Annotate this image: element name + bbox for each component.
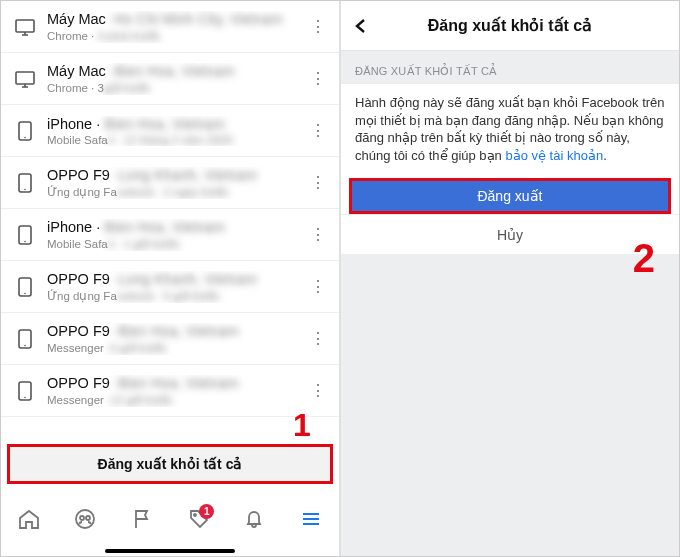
phone-icon	[11, 171, 39, 195]
session-subtitle: Chrome · 3 giờ trước	[47, 81, 305, 95]
cancel-label: Hủy	[497, 227, 523, 243]
session-text: OPPO F9 · Long Khanh, VietnamỨng dụng Fa…	[39, 167, 305, 199]
menu-icon	[299, 507, 323, 531]
session-subtitle: Chrome · 3 phút trước	[47, 29, 305, 43]
session-row[interactable]: OPPO F9 · Long Khanh, VietnamỨng dụng Fa…	[1, 157, 339, 209]
session-row[interactable]: OPPO F9 · Long Khanh, VietnamỨng dụng Fa…	[1, 261, 339, 313]
session-title: iPhone · Bien Hoa, Vietnam	[47, 116, 305, 132]
confirm-body: ĐĂNG XUẤT KHỎI TẤT CẢ Hành động này sẽ đ…	[341, 51, 679, 556]
session-subtitle: Messenger · 5 giờ trước	[47, 341, 305, 355]
session-row[interactable]: Máy Mac· Ho Chi Minh City, VietnamChrome…	[1, 1, 339, 53]
session-row[interactable]: iPhone · Bien Hoa, VietnamMobile Safari …	[1, 105, 339, 157]
session-row[interactable]: OPPO F9 · Bien Hoa, VietnamMessenger · 1…	[1, 365, 339, 417]
session-text: OPPO F9 · Bien Hoa, VietnamMessenger · 1…	[39, 375, 305, 407]
monitor-icon	[11, 15, 39, 39]
phone-icon	[11, 275, 39, 299]
nav-home[interactable]	[1, 507, 57, 531]
session-subtitle: Mobile Safari · 1 giờ trước	[47, 237, 305, 251]
session-text: iPhone · Bien Hoa, VietnamMobile Safari …	[39, 116, 305, 146]
section-caption: ĐĂNG XUẤT KHỎI TẤT CẢ	[341, 51, 679, 84]
session-title: Máy Mac· Ho Chi Minh City, Vietnam	[47, 11, 305, 27]
session-more-button[interactable]: ⋮	[305, 225, 331, 244]
svg-point-3	[24, 136, 26, 138]
session-text: Máy Mac· Ho Chi Minh City, VietnamChrome…	[39, 11, 305, 43]
session-subtitle: Ứng dụng Facebook · 2 ngày trước	[47, 185, 305, 199]
session-list: Máy Mac· Ho Chi Minh City, VietnamChrome…	[1, 1, 339, 440]
svg-rect-0	[16, 20, 34, 32]
session-text: iPhone · Bien Hoa, VietnamMobile Safari …	[39, 219, 305, 251]
flag-icon	[130, 507, 154, 531]
session-title: OPPO F9 · Long Khanh, Vietnam	[47, 167, 305, 183]
phone-icon	[11, 327, 39, 351]
session-title: Máy Mac· Bien Hoa, Vietnam	[47, 63, 305, 79]
home-indicator	[105, 549, 235, 553]
nav-groups[interactable]	[57, 507, 113, 531]
session-more-button[interactable]: ⋮	[305, 121, 331, 140]
phone-icon	[11, 223, 39, 247]
sessions-pane: Máy Mac· Ho Chi Minh City, VietnamChrome…	[1, 1, 339, 556]
session-more-button[interactable]: ⋮	[305, 17, 331, 36]
session-subtitle: Mobile Safari · 12 tháng 2 năm 2020	[47, 134, 305, 146]
session-text: Máy Mac· Bien Hoa, VietnamChrome · 3 giờ…	[39, 63, 305, 95]
session-more-button[interactable]: ⋮	[305, 173, 331, 192]
annotation-2: 2	[633, 236, 655, 281]
nav-dating[interactable]: 1	[170, 507, 226, 531]
session-title: OPPO F9 · Long Khanh, Vietnam	[47, 271, 305, 287]
session-subtitle: Ứng dụng Facebook · 5 giờ trước	[47, 289, 305, 303]
logout-all-label: Đăng xuất khỏi tất cả	[98, 456, 243, 472]
back-button[interactable]	[351, 1, 371, 50]
svg-point-5	[24, 188, 26, 190]
svg-point-9	[24, 292, 26, 294]
svg-point-13	[24, 396, 26, 398]
session-row[interactable]: OPPO F9 · Bien Hoa, VietnamMessenger · 5…	[1, 313, 339, 365]
svg-point-16	[86, 516, 90, 520]
confirm-card: Hành động này sẽ đăng xuất bạn khỏi Face…	[341, 84, 679, 254]
svg-point-7	[24, 240, 26, 242]
logout-all-button[interactable]: Đăng xuất khỏi tất cả	[7, 444, 333, 484]
svg-point-17	[194, 514, 196, 516]
session-title: OPPO F9 · Bien Hoa, Vietnam	[47, 375, 305, 391]
confirm-text-b: .	[603, 148, 607, 163]
phone-icon	[11, 379, 39, 403]
groups-icon	[73, 507, 97, 531]
session-title: iPhone · Bien Hoa, Vietnam	[47, 219, 305, 235]
protect-account-link[interactable]: bảo vệ tài khoản	[505, 148, 603, 163]
phone-icon	[11, 119, 39, 143]
session-more-button[interactable]: ⋮	[305, 277, 331, 296]
confirm-title: Đăng xuất khỏi tất cả	[428, 16, 592, 35]
confirm-pane: Đăng xuất khỏi tất cả ĐĂNG XUẤT KHỎI TẤT…	[341, 1, 679, 556]
confirm-paragraph: Hành động này sẽ đăng xuất bạn khỏi Face…	[341, 84, 679, 178]
confirm-logout-label: Đăng xuất	[477, 188, 542, 204]
session-title: OPPO F9 · Bien Hoa, Vietnam	[47, 323, 305, 339]
session-more-button[interactable]: ⋮	[305, 329, 331, 348]
svg-point-14	[76, 510, 94, 528]
nav-badge: 1	[199, 504, 214, 519]
svg-point-11	[24, 344, 26, 346]
annotation-1: 1	[293, 407, 311, 444]
confirm-header: Đăng xuất khỏi tất cả	[341, 1, 679, 51]
session-row[interactable]: Máy Mac· Bien Hoa, VietnamChrome · 3 giờ…	[1, 53, 339, 105]
svg-point-15	[80, 516, 84, 520]
svg-rect-1	[16, 72, 34, 84]
session-text: OPPO F9 · Long Khanh, VietnamỨng dụng Fa…	[39, 271, 305, 303]
session-row[interactable]: iPhone · Bien Hoa, VietnamMobile Safari …	[1, 209, 339, 261]
nav-notifications[interactable]	[226, 507, 282, 531]
chevron-left-icon	[351, 16, 371, 36]
bottom-nav: 1	[1, 494, 339, 556]
confirm-logout-button[interactable]: Đăng xuất	[349, 178, 671, 214]
home-icon	[17, 507, 41, 531]
monitor-icon	[11, 67, 39, 91]
session-text: OPPO F9 · Bien Hoa, VietnamMessenger · 5…	[39, 323, 305, 355]
session-more-button[interactable]: ⋮	[305, 69, 331, 88]
nav-pages[interactable]	[114, 507, 170, 531]
nav-menu[interactable]	[283, 507, 339, 531]
bell-icon	[242, 507, 266, 531]
session-subtitle: Messenger · 12 giờ trước	[47, 393, 305, 407]
cancel-button[interactable]: Hủy	[341, 214, 679, 254]
session-more-button[interactable]: ⋮	[305, 381, 331, 400]
